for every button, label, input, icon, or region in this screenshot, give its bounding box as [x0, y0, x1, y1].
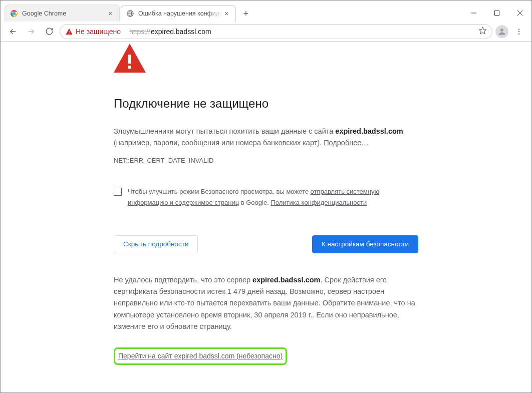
kebab-menu-button[interactable]	[511, 24, 526, 39]
svg-rect-7	[495, 11, 499, 16]
bookmark-star-icon[interactable]	[478, 27, 487, 37]
svg-point-13	[518, 33, 519, 34]
close-window-button[interactable]	[508, 5, 531, 22]
tab-strip: Google Chrome × Ошибка нарушения конфиде…	[1, 5, 462, 22]
warning-triangle-icon	[114, 44, 418, 76]
proceed-unsafe-link[interactable]: Перейти на сайт expired.badssl.com (небе…	[118, 352, 283, 360]
button-row: Скрыть подробности К настройкам безопасн…	[114, 235, 418, 253]
tab-active[interactable]: Ошибка нарушения конфиденц ×	[121, 5, 236, 22]
tab-title: Ошибка нарушения конфиденц	[138, 10, 222, 17]
optin-checkbox[interactable]	[114, 188, 122, 196]
error-code: NET::ERR_CERT_DATE_INVALID	[114, 156, 418, 166]
globe-favicon	[126, 10, 134, 18]
browser-window: Google Chrome × Ошибка нарушения конфиде…	[0, 0, 532, 393]
svg-point-11	[518, 29, 519, 30]
toolbar: Не защищено https://expired.badssl.com	[1, 22, 531, 42]
security-chip[interactable]: Не защищено	[65, 28, 126, 36]
maximize-button[interactable]	[485, 5, 508, 22]
svg-rect-8	[69, 31, 69, 32]
svg-point-10	[500, 29, 503, 32]
security-label: Не защищено	[76, 28, 121, 36]
hide-details-button[interactable]: Скрыть подробности	[114, 235, 198, 253]
profile-avatar[interactable]	[495, 25, 508, 38]
close-icon[interactable]: ×	[106, 10, 114, 18]
close-icon[interactable]: ×	[222, 10, 230, 18]
svg-point-12	[518, 31, 519, 32]
address-bar[interactable]: Не защищено https://expired.badssl.com	[60, 24, 492, 39]
svg-point-4	[13, 13, 15, 15]
minimize-button[interactable]	[462, 5, 485, 22]
page-title: Подключение не защищено	[114, 94, 418, 113]
ssl-error-interstitial: Подключение не защищено Злоумышленники м…	[106, 44, 426, 392]
reload-button[interactable]	[42, 24, 57, 39]
page-content[interactable]: Подключение не защищено Злоумышленники м…	[1, 42, 531, 392]
safe-browsing-optin: Чтобы улучшить режим Безопасного просмот…	[114, 186, 418, 208]
new-tab-button[interactable]: +	[239, 7, 253, 21]
url-text: https://expired.badssl.com	[129, 28, 475, 36]
warning-paragraph: Злоумышленники могут пытаться похитить в…	[114, 126, 418, 149]
tab-title: Google Chrome	[22, 10, 106, 17]
chrome-favicon	[10, 10, 18, 18]
svg-rect-14	[128, 55, 131, 64]
details-paragraph: Не удалось подтвердить, что это сервер e…	[114, 274, 418, 332]
back-button[interactable]	[6, 24, 21, 39]
proceed-highlight: Перейти на сайт expired.badssl.com (небе…	[114, 347, 287, 365]
window-controls	[462, 5, 531, 22]
svg-rect-9	[69, 33, 69, 34]
privacy-policy-link[interactable]: Политика конфиденциальности	[271, 199, 367, 206]
tab-inactive[interactable]: Google Chrome ×	[5, 5, 120, 22]
learn-more-link[interactable]: Подробнее…	[324, 139, 369, 147]
svg-rect-15	[128, 66, 131, 69]
title-bar: Google Chrome × Ошибка нарушения конфиде…	[1, 1, 531, 22]
forward-button[interactable]	[24, 24, 39, 39]
back-to-safety-button[interactable]: К настройкам безопасности	[312, 235, 418, 253]
warning-triangle-icon	[65, 28, 73, 36]
